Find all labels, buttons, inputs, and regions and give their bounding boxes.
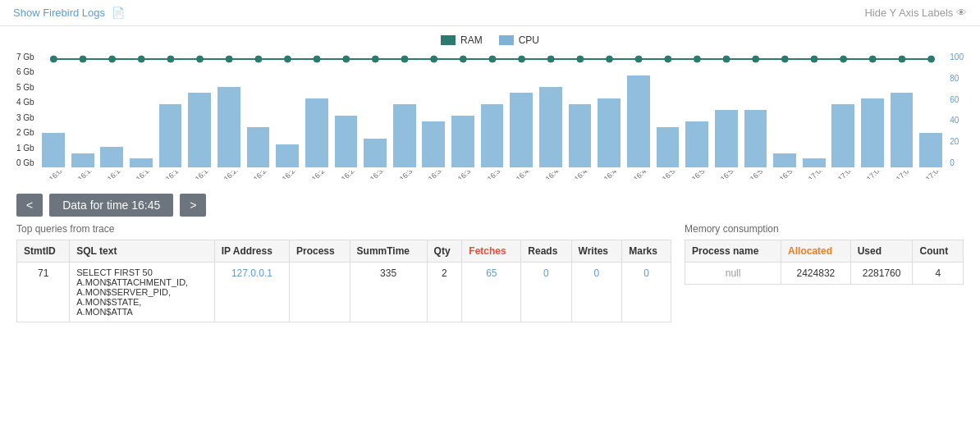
chart-section: RAM CPU 7 Gb6 Gb5 Gb4 Gb3 Gb2 Gb1 Gb0 Gb… xyxy=(0,26,980,184)
col-ip: IP Address xyxy=(214,240,289,263)
content-area: Top queries from trace StmtID SQL text I… xyxy=(0,223,980,339)
next-btn[interactable]: > xyxy=(180,194,206,217)
ram-legend-color xyxy=(441,35,456,45)
bar-group xyxy=(595,53,624,167)
col-summtime: SummTime xyxy=(350,240,427,263)
chart-legend: RAM CPU xyxy=(16,34,964,46)
table-cell: null xyxy=(685,263,781,285)
x-label: 17:03 xyxy=(832,171,859,179)
controls-row: < Data for time 16:45 > xyxy=(0,184,980,223)
col-qty: Qty xyxy=(427,240,462,263)
eye-icon: 👁 xyxy=(956,7,967,19)
x-label: 16:39 xyxy=(482,171,508,179)
time-label: Data for time 16:45 xyxy=(49,194,173,217)
x-label: 16:19 xyxy=(190,171,216,179)
bar xyxy=(218,87,240,167)
x-label: 16:49 xyxy=(628,171,654,179)
bar-group xyxy=(185,53,214,167)
bar xyxy=(305,98,328,167)
x-label: 17:05 xyxy=(862,171,888,179)
col-reads: Reads xyxy=(521,240,571,263)
bar-group xyxy=(390,53,419,167)
cpu-legend-label: CPU xyxy=(519,34,539,46)
table-cell: 0 xyxy=(622,263,671,322)
bar xyxy=(510,93,533,167)
bar xyxy=(481,104,504,167)
hide-axis-btn[interactable]: Hide Y Axis Labels 👁 xyxy=(864,7,967,19)
chart-area: 16:0916:1116:1316:1516:1716:1916:2116:23… xyxy=(39,53,946,184)
ram-legend-item: RAM xyxy=(441,34,483,46)
table-cell xyxy=(290,263,350,322)
bar xyxy=(276,144,299,167)
table-cell: 0 xyxy=(571,263,622,322)
bar-group xyxy=(829,53,858,167)
memory-table: Process name Allocated Used Count null24… xyxy=(685,240,964,285)
x-label: 16:25 xyxy=(277,171,304,179)
bar xyxy=(569,104,592,167)
bar xyxy=(773,153,796,167)
bar xyxy=(657,127,680,167)
y-right-label: 80 xyxy=(950,74,964,83)
bar-group xyxy=(302,53,331,167)
x-label: 17:01 xyxy=(803,171,829,179)
prev-btn[interactable]: < xyxy=(16,194,43,217)
table-row: null242483222817604 xyxy=(685,263,964,285)
x-label: 16:57 xyxy=(744,171,771,179)
bar xyxy=(335,116,358,167)
hide-axis-label: Hide Y Axis Labels xyxy=(864,7,953,19)
x-label: 16:59 xyxy=(774,171,800,179)
y-left-label: 1 Gb xyxy=(16,144,34,153)
y-left-label: 6 Gb xyxy=(16,67,34,76)
table-cell: 4 xyxy=(913,263,964,285)
bar-group xyxy=(244,53,272,167)
bar xyxy=(364,139,387,167)
bar-group xyxy=(712,53,740,167)
bar xyxy=(42,133,65,167)
table-cell: 335 xyxy=(350,263,427,322)
table-cell: 127.0.0.1 xyxy=(214,263,289,322)
bar xyxy=(159,104,182,167)
x-label: 16:09 xyxy=(44,171,70,179)
x-label: 16:31 xyxy=(364,171,391,179)
x-label: 16:33 xyxy=(394,171,420,179)
show-logs-link[interactable]: Show Firebird Logs 📄 xyxy=(13,7,125,19)
bar xyxy=(422,121,445,167)
x-label: 16:15 xyxy=(131,171,158,179)
bar-group xyxy=(771,53,799,167)
col-process-name: Process name xyxy=(685,240,781,263)
bar-group xyxy=(419,53,448,167)
bar-group xyxy=(566,53,594,167)
memory-section-title: Memory consumption xyxy=(685,223,964,235)
bar xyxy=(803,158,826,167)
bar-group xyxy=(98,53,126,167)
x-label: 16:43 xyxy=(540,171,566,179)
bar xyxy=(598,98,621,167)
x-label: 16:41 xyxy=(511,171,537,179)
bars-wrapper xyxy=(39,53,946,167)
x-label: 16:17 xyxy=(160,171,186,179)
queries-table: StmtID SQL text IP Address Process SummT… xyxy=(16,240,671,322)
x-label: 16:35 xyxy=(424,171,450,179)
bar xyxy=(861,98,884,167)
y-right-label: 40 xyxy=(950,116,964,125)
y-left-label: 7 Gb xyxy=(16,53,34,62)
logs-icon: 📄 xyxy=(112,7,125,19)
queries-header-row: StmtID SQL text IP Address Process SummT… xyxy=(17,240,671,263)
bar xyxy=(451,116,474,167)
x-label: 16:29 xyxy=(336,171,362,179)
bar xyxy=(539,87,562,167)
x-label: 16:51 xyxy=(657,171,683,179)
bar xyxy=(831,104,854,167)
y-right-label: 60 xyxy=(950,95,964,104)
y-axis-right: 100806040200 xyxy=(945,53,964,184)
bar-group xyxy=(683,53,712,167)
x-label: 16:27 xyxy=(306,171,332,179)
bar-group xyxy=(653,53,682,167)
bar-group xyxy=(361,53,390,167)
bar xyxy=(919,133,942,167)
cpu-legend-color xyxy=(499,35,514,45)
bar-group xyxy=(215,53,244,167)
bar-group xyxy=(273,53,302,167)
cpu-legend-item: CPU xyxy=(499,34,539,46)
table-row: 71SELECT FIRST 50 A.MON$ATTACHMENT_ID, A… xyxy=(17,263,671,322)
